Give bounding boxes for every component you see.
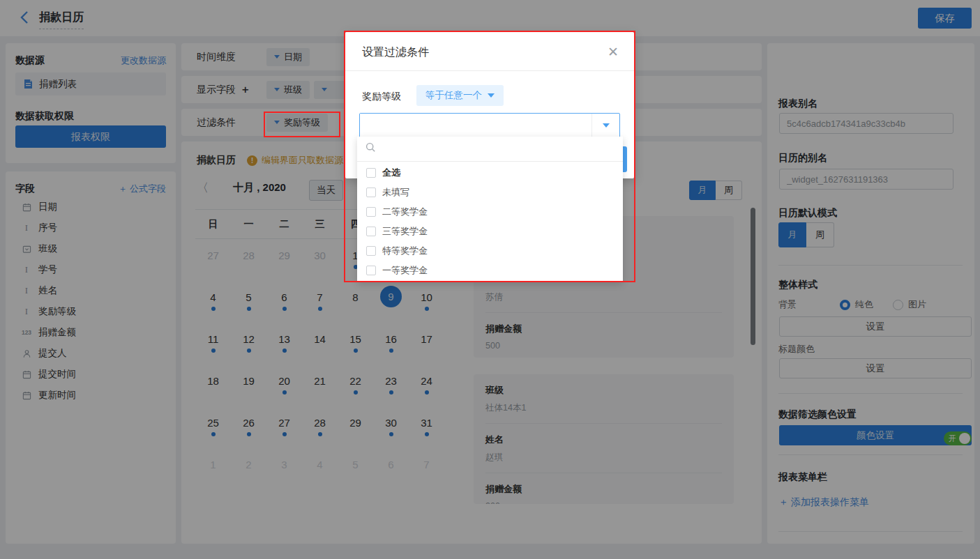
filter-option[interactable]: 三等奖学金 bbox=[357, 222, 623, 241]
checkbox-icon[interactable] bbox=[366, 227, 376, 236]
filter-option[interactable]: 全选 bbox=[357, 163, 623, 183]
select-arrow[interactable] bbox=[591, 114, 619, 137]
chevron-down-icon bbox=[603, 123, 610, 128]
filter-option[interactable]: 未填写 bbox=[357, 183, 623, 202]
value-select-input[interactable] bbox=[360, 114, 591, 137]
value-select bbox=[359, 113, 620, 138]
modal-title: 设置过滤条件 bbox=[362, 45, 429, 60]
checkbox-icon[interactable] bbox=[366, 266, 376, 275]
checkbox-icon[interactable] bbox=[366, 168, 376, 178]
search-icon bbox=[365, 142, 376, 155]
option-search bbox=[357, 137, 623, 162]
option-search-input[interactable] bbox=[382, 139, 623, 160]
checkbox-icon[interactable] bbox=[366, 187, 376, 197]
chevron-down-icon bbox=[488, 93, 495, 98]
filter-option[interactable]: 特等奖学金 bbox=[357, 241, 623, 261]
operator-dropdown[interactable]: 等于任意一个 bbox=[416, 85, 504, 106]
filter-field-name: 奖励等级 bbox=[362, 91, 401, 103]
value-dropdown: 全选未填写二等奖学金三等奖学金特等奖学金一等奖学金 bbox=[357, 137, 623, 282]
filter-option[interactable]: 一等奖学金 bbox=[357, 261, 623, 280]
close-icon[interactable]: ✕ bbox=[608, 44, 619, 60]
checkbox-icon[interactable] bbox=[366, 246, 376, 256]
modal-header: 设置过滤条件 ✕ bbox=[345, 32, 634, 71]
filter-option[interactable]: 二等奖学金 bbox=[357, 202, 623, 222]
checkbox-icon[interactable] bbox=[366, 207, 376, 217]
option-list: 全选未填写二等奖学金三等奖学金特等奖学金一等奖学金 bbox=[357, 163, 623, 280]
